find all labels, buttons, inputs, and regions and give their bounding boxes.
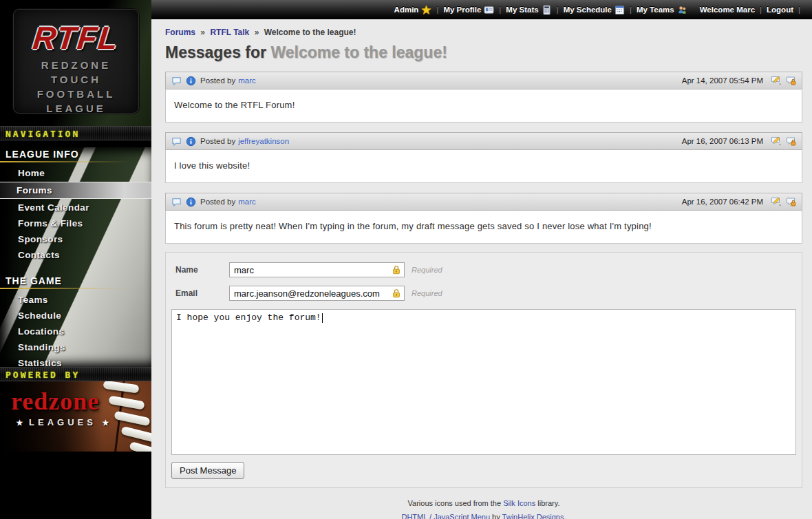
sidebar-item-teams[interactable]: Teams (0, 292, 151, 308)
breadcrumb-link-rtfl-talk[interactable]: RTFL Talk (210, 28, 249, 37)
reply-form: Name Required Email Required I hope you … (165, 252, 802, 488)
author-link[interactable]: marc (238, 76, 256, 85)
message-textarea[interactable]: I hope you enjoy the forum! (171, 309, 796, 455)
email-row: Email Required (175, 286, 796, 301)
author-link[interactable]: jeffreyatkinson (238, 137, 289, 145)
message-body: Welcome to the RTFL Forum! (165, 89, 802, 123)
admin-menu-item[interactable]: Admin (394, 5, 432, 15)
redzone-wordmark: redzone (11, 388, 99, 414)
my-profile-menu-item[interactable]: My Profile (443, 5, 494, 15)
author-link[interactable]: marc (238, 198, 256, 206)
separator: | (798, 6, 800, 14)
sidebar-item-locations[interactable]: Locations (0, 324, 151, 339)
email-label: Email (175, 288, 229, 298)
sidebar: RTFL REDZONE TOUCH FOOTBALL LEAGUE NAVIG… (0, 0, 151, 519)
posted-by-label: Posted by (200, 76, 235, 85)
separator: | (630, 6, 632, 14)
sidebar-item-standings[interactable]: Standings (0, 339, 151, 355)
message-date: Apr 16, 2007 06:42 PM (682, 198, 763, 206)
sidebar-item-contacts[interactable]: Contacts (0, 247, 151, 263)
info-icon[interactable] (186, 197, 196, 207)
dhtml-menu-link[interactable]: DHTML / JavaScript Menu (401, 513, 490, 519)
breadcrumb: Forums » RTFL Talk » Welcome to the leag… (165, 28, 802, 37)
name-row: Name Required (175, 262, 796, 277)
my-schedule-menu-item[interactable]: My Schedule (564, 5, 625, 15)
logo-line: FOOTBALL (14, 87, 138, 101)
separator: | (557, 6, 559, 14)
sidebar-item-statistics[interactable]: Statistics (0, 355, 151, 371)
calculator-icon (542, 5, 552, 15)
twinhelix-link[interactable]: TwinHelix Designs. (502, 513, 566, 519)
info-icon[interactable] (186, 136, 196, 147)
message-post: Posted by marc Apr 16, 2007 06:42 PM Thi… (165, 193, 802, 244)
star-glyph: ★ (103, 419, 109, 427)
lock-icon (392, 265, 401, 275)
message-draft-text: I hope you enjoy the forum! (176, 313, 321, 323)
required-label: Required (412, 289, 442, 297)
footer-text: by (490, 513, 502, 519)
football-lace (108, 396, 145, 410)
email-input[interactable] (229, 286, 405, 301)
my-schedule-label: My Schedule (564, 6, 612, 14)
footer-text: Various icons used from the (408, 499, 504, 507)
sidebar-item-forms-files[interactable]: Forms & Files (0, 215, 151, 231)
edit-comment-icon[interactable] (771, 75, 782, 86)
football-lace (129, 441, 151, 452)
logo-line: TOUCH (14, 72, 138, 87)
sidebar-item-forums[interactable]: Forums (0, 182, 151, 199)
lock-comment-icon[interactable] (785, 196, 796, 207)
my-teams-label: My Teams (637, 6, 674, 14)
rtfl-logo-acronym: RTFL (12, 18, 140, 58)
navigation-banner: NAVIGATION (0, 126, 151, 140)
breadcrumb-current: Welcome to the league! (264, 28, 356, 37)
page-title-topic: Welcome to the league! (270, 43, 447, 61)
gold-rule (0, 161, 151, 162)
top-bar: Admin | My Profile | My Stats | My Sched… (151, 0, 812, 19)
breadcrumb-link-forums[interactable]: Forums (165, 28, 195, 37)
logo-line: LEAGUE (14, 101, 138, 116)
welcome-user-label: Welcome Marc (700, 6, 755, 14)
sidebar-item-schedule[interactable]: Schedule (0, 308, 151, 324)
admin-label: Admin (394, 6, 419, 14)
email-input-wrap (229, 286, 405, 301)
page-title: Messages for Welcome to the league! (165, 43, 802, 62)
posted-by-label: Posted by (200, 198, 235, 206)
required-label: Required (412, 266, 442, 274)
footer-text: library. (535, 499, 559, 507)
star-icon (421, 5, 431, 15)
leagues-text: LEAGUES (29, 417, 96, 427)
lock-comment-icon[interactable] (785, 136, 796, 147)
comment-icon (171, 136, 182, 147)
main-content: Forums » RTFL Talk » Welcome to the leag… (151, 19, 812, 519)
section-header-league-info: LEAGUE INFO (0, 147, 151, 160)
comment-icon (171, 76, 182, 86)
silk-icons-link[interactable]: Silk Icons (503, 499, 535, 507)
post-message-button[interactable]: Post Message (171, 462, 244, 479)
logo-line: REDZONE (14, 58, 138, 72)
sidebar-nav: LEAGUE INFO Home Forums Event Calendar F… (0, 147, 151, 367)
message-post: Posted by marc Apr 14, 2007 05:54 PM Wel… (165, 72, 802, 123)
message-date: Apr 16, 2007 06:13 PM (682, 137, 763, 145)
info-icon[interactable] (186, 76, 196, 86)
name-label: Name (175, 265, 229, 275)
profile-card-icon (484, 5, 494, 15)
name-input[interactable] (229, 262, 405, 277)
sidebar-item-sponsors[interactable]: Sponsors (0, 231, 151, 247)
logout-link[interactable]: Logout (767, 6, 793, 14)
football-lace (120, 426, 151, 443)
leagues-wordmark: ★ LEAGUES ★ (11, 417, 114, 427)
group-icon (677, 5, 687, 15)
calendar-icon (615, 5, 625, 15)
message-post: Posted by jeffreyatkinson Apr 16, 2007 0… (165, 132, 802, 183)
lock-comment-icon[interactable] (785, 75, 796, 86)
my-stats-menu-item[interactable]: My Stats (506, 5, 551, 15)
my-teams-menu-item[interactable]: My Teams (637, 5, 687, 15)
redzone-leagues-logo: redzone ★ LEAGUES ★ (0, 381, 151, 452)
edit-comment-icon[interactable] (771, 136, 782, 147)
message-body: I love this website! (165, 150, 802, 183)
edit-comment-icon[interactable] (771, 196, 782, 207)
sidebar-item-event-calendar[interactable]: Event Calendar (0, 200, 151, 215)
name-input-wrap (229, 262, 405, 277)
page-footer: Various icons used from the Silk Icons l… (165, 499, 802, 519)
sidebar-item-home[interactable]: Home (0, 165, 151, 181)
